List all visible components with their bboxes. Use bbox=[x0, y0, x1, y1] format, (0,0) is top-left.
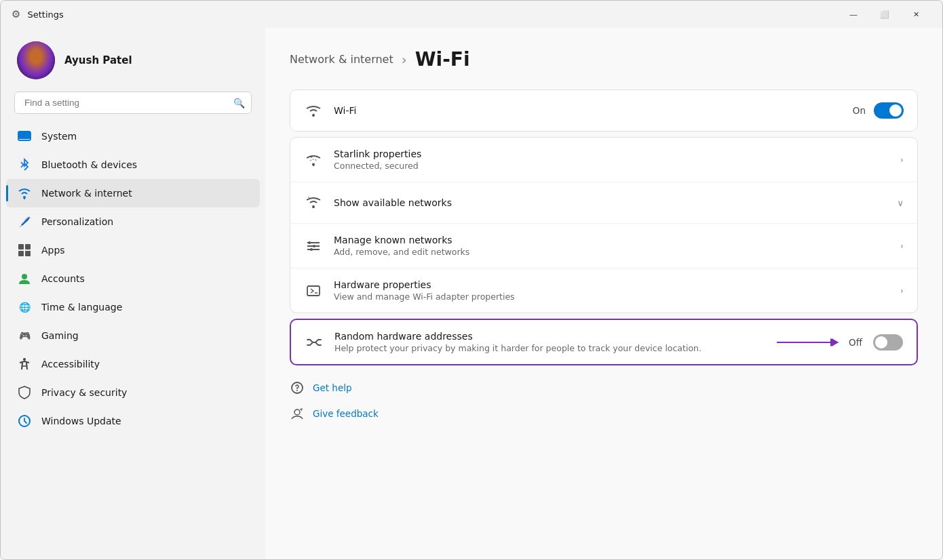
get-help-icon bbox=[290, 380, 305, 395]
give-feedback-label: Give feedback bbox=[313, 408, 379, 419]
user-section: Ayush Patel bbox=[1, 28, 265, 92]
title-bar: ⚙ Settings — ⬜ ✕ bbox=[1, 1, 942, 28]
sidebar-item-time[interactable]: 🌐 Time & language bbox=[6, 293, 260, 321]
close-button[interactable]: ✕ bbox=[900, 3, 931, 25]
sidebar-item-privacy-label: Privacy & security bbox=[41, 387, 127, 398]
svg-point-7 bbox=[22, 274, 27, 279]
breadcrumb: Network & internet › Wi-Fi bbox=[290, 48, 918, 71]
search-bar: 🔍 bbox=[14, 92, 252, 114]
sidebar-item-bluetooth[interactable]: Bluetooth & devices bbox=[6, 151, 260, 179]
starlink-icon bbox=[304, 151, 323, 169]
starlink-subtitle: Connected, secured bbox=[334, 161, 889, 171]
random-hw-title: Random hardware addresses bbox=[334, 331, 766, 342]
sidebar: Ayush Patel 🔍 System bbox=[1, 28, 265, 559]
sidebar-item-update[interactable]: Windows Update bbox=[6, 407, 260, 435]
get-help-label: Get help bbox=[313, 382, 352, 393]
wifi-toggle[interactable] bbox=[874, 102, 904, 119]
random-hw-toggle-label: Off bbox=[849, 337, 862, 348]
hardware-title: Hardware properties bbox=[334, 279, 889, 290]
breadcrumb-sep: › bbox=[402, 52, 407, 68]
user-name: Ayush Patel bbox=[64, 54, 132, 66]
manage-networks-row[interactable]: Manage known networks Add, remove, and e… bbox=[290, 224, 917, 268]
sidebar-item-bluetooth-label: Bluetooth & devices bbox=[41, 159, 137, 170]
starlink-chevron: › bbox=[900, 155, 904, 165]
manage-networks-chevron: › bbox=[900, 241, 904, 251]
sidebar-item-system-label: System bbox=[41, 131, 77, 142]
arrow-annotation bbox=[777, 342, 838, 343]
available-networks-title: Show available networks bbox=[334, 197, 886, 208]
svg-point-12 bbox=[311, 155, 313, 157]
wifi-icon bbox=[304, 101, 323, 120]
starlink-title: Starlink properties bbox=[334, 148, 889, 159]
wifi-toggle-wrap: On bbox=[853, 102, 904, 119]
sidebar-item-gaming[interactable]: 🎮 Gaming bbox=[6, 321, 260, 350]
svg-rect-4 bbox=[25, 244, 31, 249]
sidebar-item-personalization[interactable]: 🖊️ Personalization bbox=[6, 207, 260, 236]
sidebar-item-apps[interactable]: Apps bbox=[6, 236, 260, 264]
available-networks-row[interactable]: Show available networks ∨ bbox=[290, 182, 917, 224]
sidebar-item-accounts[interactable]: Accounts bbox=[6, 264, 260, 293]
sidebar-item-privacy[interactable]: Privacy & security bbox=[6, 378, 260, 407]
system-icon bbox=[17, 129, 32, 144]
hardware-subtitle: View and manage Wi-Fi adapter properties bbox=[334, 292, 889, 302]
wifi-row[interactable]: Wi-Fi On bbox=[290, 90, 917, 131]
accessibility-icon bbox=[17, 357, 32, 372]
hardware-icon bbox=[304, 281, 323, 300]
svg-point-18 bbox=[313, 245, 315, 247]
get-help-link[interactable]: Get help bbox=[290, 378, 918, 398]
svg-point-24 bbox=[296, 390, 298, 391]
svg-point-17 bbox=[308, 241, 311, 244]
time-icon: 🌐 bbox=[17, 300, 32, 315]
sidebar-item-network[interactable]: Network & internet bbox=[6, 179, 260, 207]
random-hw-toggle-area: Off bbox=[777, 334, 903, 351]
wifi-toggle-label: On bbox=[853, 105, 866, 116]
svg-point-19 bbox=[310, 248, 313, 251]
sidebar-item-system[interactable]: System bbox=[6, 122, 260, 151]
network-settings-card: Starlink properties Connected, secured › bbox=[290, 137, 918, 313]
apps-icon bbox=[17, 243, 32, 258]
hardware-chevron: › bbox=[900, 285, 904, 296]
svg-point-25 bbox=[294, 409, 300, 415]
shield-icon bbox=[17, 385, 32, 400]
available-networks-icon bbox=[304, 193, 323, 212]
sidebar-item-network-label: Network & internet bbox=[41, 188, 132, 199]
manage-networks-icon bbox=[304, 237, 323, 256]
sidebar-item-apps-label: Apps bbox=[41, 245, 65, 256]
sidebar-item-accessibility-label: Accessibility bbox=[41, 359, 100, 369]
update-icon bbox=[17, 414, 32, 428]
svg-rect-5 bbox=[18, 251, 24, 256]
maximize-button[interactable]: ⬜ bbox=[869, 3, 900, 25]
bluetooth-icon bbox=[17, 157, 32, 172]
sidebar-item-personalization-label: Personalization bbox=[41, 216, 113, 227]
sidebar-item-gaming-label: Gaming bbox=[41, 330, 79, 341]
avatar[interactable] bbox=[17, 41, 55, 79]
brush-icon: 🖊️ bbox=[17, 214, 32, 229]
accounts-icon bbox=[17, 271, 32, 286]
give-feedback-icon bbox=[290, 406, 305, 421]
available-networks-chevron: ∨ bbox=[897, 198, 904, 208]
svg-point-11 bbox=[312, 163, 315, 165]
search-input[interactable] bbox=[14, 92, 252, 114]
manage-networks-title: Manage known networks bbox=[334, 235, 889, 245]
svg-point-2 bbox=[23, 196, 26, 199]
window-title: Settings bbox=[27, 9, 63, 20]
breadcrumb-current: Wi-Fi bbox=[415, 48, 470, 71]
svg-rect-6 bbox=[25, 251, 31, 256]
random-hw-toggle[interactable] bbox=[873, 334, 903, 351]
random-hw-row[interactable]: Random hardware addresses Help protect y… bbox=[291, 320, 917, 364]
sidebar-item-accounts-label: Accounts bbox=[41, 273, 85, 284]
wifi-title: Wi-Fi bbox=[334, 105, 842, 116]
minimize-button[interactable]: — bbox=[838, 3, 869, 25]
hardware-row[interactable]: Hardware properties View and manage Wi-F… bbox=[290, 268, 917, 313]
search-icon: 🔍 bbox=[233, 98, 245, 108]
nav-list: System Bluetooth & devices bbox=[1, 122, 265, 435]
starlink-row[interactable]: Starlink properties Connected, secured › bbox=[290, 138, 917, 182]
sidebar-item-time-label: Time & language bbox=[41, 302, 122, 313]
random-hw-card: Random hardware addresses Help protect y… bbox=[290, 319, 918, 365]
gaming-icon: 🎮 bbox=[17, 328, 32, 343]
sidebar-item-accessibility[interactable]: Accessibility bbox=[6, 350, 260, 378]
breadcrumb-parent[interactable]: Network & internet bbox=[290, 53, 393, 66]
wifi-card: Wi-Fi On bbox=[290, 89, 918, 132]
give-feedback-link[interactable]: Give feedback bbox=[290, 403, 918, 424]
random-hw-icon bbox=[305, 333, 324, 352]
